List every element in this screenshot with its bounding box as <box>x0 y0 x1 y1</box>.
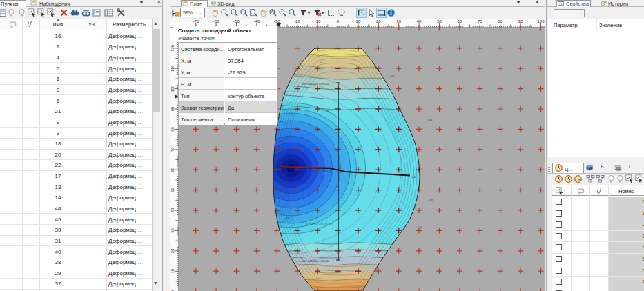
svg-text:100: 100 <box>170 85 175 92</box>
svg-text:2: 2 <box>376 268 378 270</box>
svg-text:-10: -10 <box>315 19 321 23</box>
svg-text:1: 1 <box>356 66 358 69</box>
svg-text:50: 50 <box>170 188 175 192</box>
svg-text:-40: -40 <box>254 19 260 23</box>
svg-text:0.07: 0.07 <box>300 257 304 259</box>
svg-text:-0.10 -0.09 -0.10 -0.08 -0.10: -0.10 -0.09 -0.10 -0.08 -0.10 <box>302 260 329 263</box>
svg-text:60: 60 <box>170 167 175 172</box>
svg-text:10: 10 <box>170 268 175 273</box>
svg-text:0.05: 0.05 <box>428 119 432 121</box>
svg-text:-0.10 -0.08 -0.10 -0.09 -0.10: -0.10 -0.08 -0.10 -0.09 -0.10 <box>302 83 329 86</box>
svg-text:40: 40 <box>417 19 422 23</box>
svg-text:110: 110 <box>170 65 175 72</box>
svg-text:-0.11 -0.10 -0.12 -0.10: -0.11 -0.10 -0.12 -0.10 <box>309 170 331 173</box>
svg-text:50: 50 <box>437 19 442 23</box>
svg-text:-60: -60 <box>213 19 219 23</box>
svg-text:-0.20: -0.20 <box>324 110 329 113</box>
svg-text:1: 1 <box>320 61 322 63</box>
svg-text:60: 60 <box>458 19 462 23</box>
svg-text:90: 90 <box>518 19 523 23</box>
svg-text:-0.09: -0.09 <box>278 140 283 143</box>
svg-text:20: 20 <box>376 19 381 23</box>
svg-text:-70: -70 <box>193 19 199 23</box>
svg-text:70: 70 <box>478 19 482 23</box>
svg-text:120: 120 <box>170 44 175 52</box>
svg-text:80: 80 <box>498 19 502 23</box>
svg-text:20: 20 <box>170 248 175 253</box>
svg-text:-0.10: -0.10 <box>417 226 422 229</box>
svg-text:-30: -30 <box>274 19 280 23</box>
svg-text:100: 100 <box>537 19 545 23</box>
svg-text:-0.12 -0.10 -0.11 -0.10 -0.11: -0.12 -0.10 -0.11 -0.10 -0.11 <box>306 223 333 226</box>
svg-text:80: 80 <box>170 126 175 131</box>
svg-text:10: 10 <box>356 19 361 23</box>
svg-text:-0.05: -0.05 <box>284 217 289 220</box>
svg-text:70: 70 <box>170 147 175 152</box>
svg-text:-0.10: -0.10 <box>411 176 416 179</box>
svg-text:A: A <box>271 10 273 14</box>
svg-text:-50: -50 <box>233 19 240 23</box>
svg-text:30: 30 <box>170 228 175 232</box>
svg-text:40: 40 <box>170 208 175 212</box>
svg-text:-0.05: -0.05 <box>428 199 433 202</box>
svg-text:-20: -20 <box>294 19 300 23</box>
svg-text:90: 90 <box>170 106 175 111</box>
svg-text:0.08: 0.08 <box>390 75 394 78</box>
svg-text:30: 30 <box>396 19 401 23</box>
